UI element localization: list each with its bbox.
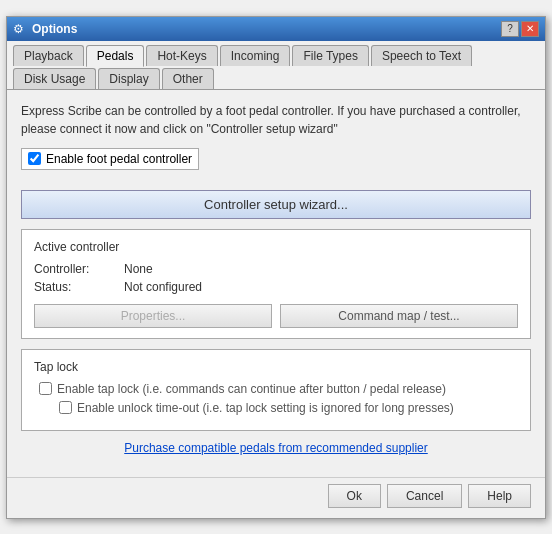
taplock-title: Tap lock [34,360,518,374]
controller-label: Controller: [34,262,124,276]
controller-buttons: Properties... Command map / test... [34,304,518,328]
tab-pedals[interactable]: Pedals [86,45,145,67]
taplock-check1-label: Enable tap lock (i.e. commands can conti… [57,382,446,396]
tab-playback[interactable]: Playback [13,45,84,66]
title-buttons: ? ✕ [501,21,539,37]
cancel-button[interactable]: Cancel [387,484,462,508]
tab-speechtotext[interactable]: Speech to Text [371,45,472,66]
enable-checkbox[interactable] [28,152,41,165]
controller-value: None [124,262,153,276]
taplock-check2[interactable] [59,401,72,414]
taplock-group: Tap lock Enable tap lock (i.e. commands … [21,349,531,431]
help-footer-button[interactable]: Help [468,484,531,508]
window-icon: ⚙ [13,22,27,36]
active-controller-group: Active controller Controller: None Statu… [21,229,531,339]
taplock-check2-container: Enable unlock time-out (i.e. tap lock se… [59,401,518,415]
tab-bar: Playback Pedals Hot-Keys Incoming File T… [7,41,545,90]
taplock-check1-container: Enable tap lock (i.e. commands can conti… [39,382,518,396]
help-button[interactable]: ? [501,21,519,37]
footer: Ok Cancel Help [7,477,545,518]
tab-diskusage[interactable]: Disk Usage [13,68,96,89]
tab-filetypes[interactable]: File Types [292,45,368,66]
tab-other[interactable]: Other [162,68,214,89]
close-button[interactable]: ✕ [521,21,539,37]
description-text: Express Scribe can be controlled by a fo… [21,102,531,138]
ok-button[interactable]: Ok [328,484,381,508]
purchase-link-container: Purchase compatible pedals from recommen… [21,441,531,455]
window-title: Options [32,22,77,36]
command-map-button[interactable]: Command map / test... [280,304,518,328]
status-value: Not configured [124,280,202,294]
controller-row: Controller: None [34,262,518,276]
enable-checkbox-container: Enable foot pedal controller [21,148,531,180]
purchase-link[interactable]: Purchase compatible pedals from recommen… [124,441,428,455]
taplock-check2-label: Enable unlock time-out (i.e. tap lock se… [77,401,454,415]
tab-content: Express Scribe can be controlled by a fo… [7,90,545,477]
tab-incoming[interactable]: Incoming [220,45,291,66]
enable-checkbox-text: Enable foot pedal controller [46,152,192,166]
tab-hotkeys[interactable]: Hot-Keys [146,45,217,66]
status-label: Status: [34,280,124,294]
active-controller-label: Active controller [34,240,518,254]
properties-button[interactable]: Properties... [34,304,272,328]
options-window: ⚙ Options ? ✕ Playback Pedals Hot-Keys I… [6,16,546,519]
status-row: Status: Not configured [34,280,518,294]
tab-display[interactable]: Display [98,68,159,89]
title-bar: ⚙ Options ? ✕ [7,17,545,41]
taplock-check1[interactable] [39,382,52,395]
enable-checkbox-label[interactable]: Enable foot pedal controller [21,148,199,170]
wizard-button[interactable]: Controller setup wizard... [21,190,531,219]
